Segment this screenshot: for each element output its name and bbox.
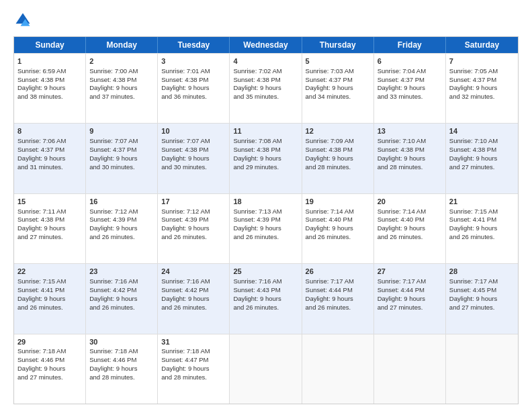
day-number: 10	[161, 126, 226, 136]
day-info: Sunrise: 7:00 AM Sunset: 4:38 PM Dayligh…	[89, 67, 138, 100]
day-info: Sunrise: 7:01 AM Sunset: 4:38 PM Dayligh…	[161, 67, 210, 100]
logo	[13, 11, 35, 30]
day-number: 20	[378, 197, 442, 207]
day-info: Sunrise: 7:07 AM Sunset: 4:37 PM Dayligh…	[89, 137, 138, 170]
cal-header-cell-monday: Monday	[86, 37, 158, 53]
cal-cell-empty	[374, 334, 446, 404]
day-number: 11	[233, 126, 298, 136]
cal-cell-day-1: 1Sunrise: 6:59 AM Sunset: 4:38 PM Daylig…	[14, 54, 86, 123]
cal-cell-day-4: 4Sunrise: 7:02 AM Sunset: 4:38 PM Daylig…	[230, 54, 302, 123]
cal-row-1: 1Sunrise: 6:59 AM Sunset: 4:38 PM Daylig…	[14, 53, 518, 123]
day-number: 25	[233, 267, 298, 277]
day-number: 15	[17, 197, 82, 207]
cal-cell-day-18: 18Sunrise: 7:13 AM Sunset: 4:39 PM Dayli…	[230, 194, 302, 263]
cal-cell-day-26: 26Sunrise: 7:17 AM Sunset: 4:44 PM Dayli…	[302, 264, 374, 333]
cal-cell-empty	[230, 334, 302, 404]
cal-cell-day-16: 16Sunrise: 7:12 AM Sunset: 4:39 PM Dayli…	[86, 194, 158, 263]
cal-cell-day-30: 30Sunrise: 7:18 AM Sunset: 4:46 PM Dayli…	[86, 334, 158, 404]
day-number: 31	[161, 337, 226, 347]
cal-cell-day-17: 17Sunrise: 7:12 AM Sunset: 4:39 PM Dayli…	[158, 194, 230, 263]
day-number: 29	[17, 337, 82, 347]
day-number: 12	[306, 126, 370, 136]
day-info: Sunrise: 7:17 AM Sunset: 4:45 PM Dayligh…	[449, 277, 498, 310]
day-info: Sunrise: 7:17 AM Sunset: 4:44 PM Dayligh…	[306, 277, 354, 310]
day-info: Sunrise: 7:13 AM Sunset: 4:39 PM Dayligh…	[233, 208, 281, 240]
day-info: Sunrise: 7:03 AM Sunset: 4:37 PM Dayligh…	[306, 67, 354, 100]
cal-cell-day-2: 2Sunrise: 7:00 AM Sunset: 4:38 PM Daylig…	[86, 54, 158, 123]
cal-header-cell-saturday: Saturday	[446, 37, 518, 53]
day-info: Sunrise: 7:06 AM Sunset: 4:37 PM Dayligh…	[17, 137, 66, 170]
day-info: Sunrise: 7:12 AM Sunset: 4:39 PM Dayligh…	[161, 208, 210, 240]
day-number: 8	[17, 126, 82, 136]
day-info: Sunrise: 6:59 AM Sunset: 4:38 PM Dayligh…	[17, 67, 66, 100]
cal-header-cell-thursday: Thursday	[302, 37, 374, 53]
cal-cell-day-21: 21Sunrise: 7:15 AM Sunset: 4:41 PM Dayli…	[446, 194, 518, 263]
day-number: 30	[89, 337, 154, 347]
cal-cell-day-31: 31Sunrise: 7:18 AM Sunset: 4:47 PM Dayli…	[158, 334, 230, 404]
day-number: 22	[17, 267, 82, 277]
cal-cell-day-11: 11Sunrise: 7:08 AM Sunset: 4:38 PM Dayli…	[230, 124, 302, 193]
cal-cell-empty	[302, 334, 374, 404]
cal-cell-day-7: 7Sunrise: 7:05 AM Sunset: 4:37 PM Daylig…	[446, 54, 518, 123]
calendar: SundayMondayTuesdayWednesdayThursdayFrid…	[13, 36, 519, 404]
day-info: Sunrise: 7:18 AM Sunset: 4:46 PM Dayligh…	[89, 347, 138, 380]
day-number: 5	[306, 56, 370, 66]
day-info: Sunrise: 7:07 AM Sunset: 4:38 PM Dayligh…	[161, 137, 210, 170]
calendar-header: SundayMondayTuesdayWednesdayThursdayFrid…	[14, 37, 518, 53]
svg-marker-0	[16, 13, 30, 24]
day-number: 3	[161, 56, 226, 66]
day-info: Sunrise: 7:08 AM Sunset: 4:38 PM Dayligh…	[233, 137, 281, 170]
logo-icon	[13, 11, 32, 30]
cal-header-cell-tuesday: Tuesday	[158, 37, 230, 53]
cal-cell-empty	[446, 334, 518, 404]
day-number: 21	[449, 197, 515, 207]
day-info: Sunrise: 7:09 AM Sunset: 4:38 PM Dayligh…	[306, 137, 354, 170]
day-info: Sunrise: 7:18 AM Sunset: 4:46 PM Dayligh…	[17, 347, 66, 380]
day-info: Sunrise: 7:14 AM Sunset: 4:40 PM Dayligh…	[378, 208, 426, 240]
cal-header-cell-wednesday: Wednesday	[230, 37, 302, 53]
day-info: Sunrise: 7:10 AM Sunset: 4:38 PM Dayligh…	[449, 137, 498, 170]
day-info: Sunrise: 7:12 AM Sunset: 4:39 PM Dayligh…	[89, 208, 138, 240]
cal-row-3: 15Sunrise: 7:11 AM Sunset: 4:38 PM Dayli…	[14, 193, 518, 263]
cal-cell-day-27: 27Sunrise: 7:17 AM Sunset: 4:44 PM Dayli…	[374, 264, 446, 333]
page: SundayMondayTuesdayWednesdayThursdayFrid…	[0, 0, 532, 411]
day-number: 24	[161, 267, 226, 277]
cal-row-4: 22Sunrise: 7:15 AM Sunset: 4:41 PM Dayli…	[14, 263, 518, 333]
cal-cell-day-10: 10Sunrise: 7:07 AM Sunset: 4:38 PM Dayli…	[158, 124, 230, 193]
day-info: Sunrise: 7:18 AM Sunset: 4:47 PM Dayligh…	[161, 347, 210, 380]
day-number: 26	[306, 267, 370, 277]
day-number: 28	[449, 267, 515, 277]
day-number: 6	[378, 56, 442, 66]
cal-cell-day-14: 14Sunrise: 7:10 AM Sunset: 4:38 PM Dayli…	[446, 124, 518, 193]
cal-cell-day-12: 12Sunrise: 7:09 AM Sunset: 4:38 PM Dayli…	[302, 124, 374, 193]
day-number: 19	[306, 197, 370, 207]
cal-header-cell-sunday: Sunday	[14, 37, 86, 53]
day-number: 18	[233, 197, 298, 207]
day-info: Sunrise: 7:02 AM Sunset: 4:38 PM Dayligh…	[233, 67, 281, 100]
cal-cell-day-6: 6Sunrise: 7:04 AM Sunset: 4:37 PM Daylig…	[374, 54, 446, 123]
cal-cell-day-22: 22Sunrise: 7:15 AM Sunset: 4:41 PM Dayli…	[14, 264, 86, 333]
day-number: 23	[89, 267, 154, 277]
day-info: Sunrise: 7:11 AM Sunset: 4:38 PM Dayligh…	[17, 208, 66, 240]
cal-cell-day-9: 9Sunrise: 7:07 AM Sunset: 4:37 PM Daylig…	[86, 124, 158, 193]
cal-cell-day-8: 8Sunrise: 7:06 AM Sunset: 4:37 PM Daylig…	[14, 124, 86, 193]
cal-cell-day-19: 19Sunrise: 7:14 AM Sunset: 4:40 PM Dayli…	[302, 194, 374, 263]
day-number: 27	[378, 267, 442, 277]
day-number: 7	[449, 56, 515, 66]
day-number: 13	[378, 126, 442, 136]
day-info: Sunrise: 7:15 AM Sunset: 4:41 PM Dayligh…	[17, 277, 66, 310]
day-info: Sunrise: 7:10 AM Sunset: 4:38 PM Dayligh…	[378, 137, 426, 170]
cal-row-5: 29Sunrise: 7:18 AM Sunset: 4:46 PM Dayli…	[14, 334, 518, 404]
cal-cell-day-24: 24Sunrise: 7:16 AM Sunset: 4:42 PM Dayli…	[158, 264, 230, 333]
day-info: Sunrise: 7:16 AM Sunset: 4:43 PM Dayligh…	[233, 277, 281, 310]
day-number: 17	[161, 197, 226, 207]
cal-cell-day-15: 15Sunrise: 7:11 AM Sunset: 4:38 PM Dayli…	[14, 194, 86, 263]
cal-cell-day-5: 5Sunrise: 7:03 AM Sunset: 4:37 PM Daylig…	[302, 54, 374, 123]
cal-row-2: 8Sunrise: 7:06 AM Sunset: 4:37 PM Daylig…	[14, 123, 518, 193]
day-number: 2	[89, 56, 154, 66]
day-info: Sunrise: 7:15 AM Sunset: 4:41 PM Dayligh…	[449, 208, 498, 240]
day-number: 1	[17, 56, 82, 66]
header	[13, 11, 519, 30]
cal-cell-day-25: 25Sunrise: 7:16 AM Sunset: 4:43 PM Dayli…	[230, 264, 302, 333]
cal-cell-day-3: 3Sunrise: 7:01 AM Sunset: 4:38 PM Daylig…	[158, 54, 230, 123]
